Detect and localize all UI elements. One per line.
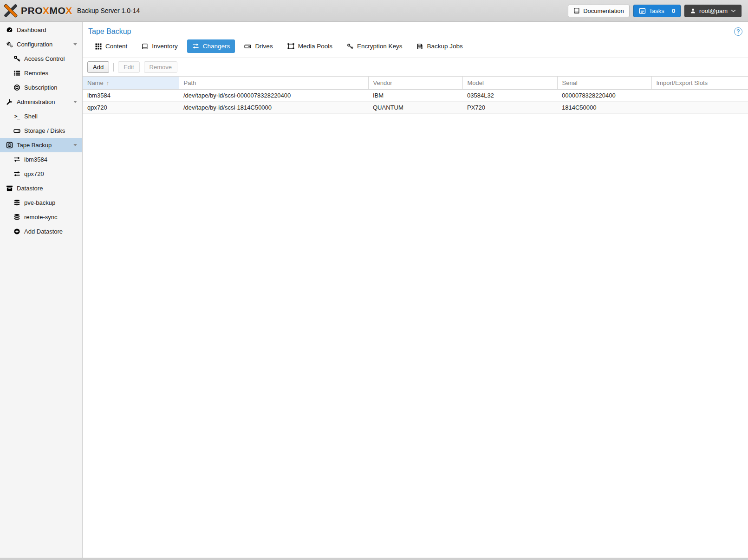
- sidebar-item-dashboard[interactable]: Dashboard: [0, 23, 82, 37]
- header-actions: Documentation Tasks 0 root@pam: [568, 5, 741, 17]
- tasks-button[interactable]: Tasks 0: [633, 5, 681, 17]
- tab-backup-jobs[interactable]: Backup Jobs: [411, 39, 468, 53]
- edit-button[interactable]: Edit: [118, 61, 139, 73]
- terminal-icon: >_: [13, 113, 21, 119]
- object-group-icon: [287, 43, 294, 50]
- panel-title-bar: Tape Backup ?: [83, 22, 748, 39]
- table-header-row: Name↑ Path Vendor Model Serial Import/Ex…: [83, 77, 748, 90]
- sidebar-item-ibm3584[interactable]: ibm3584: [0, 152, 82, 167]
- archive-icon: [6, 185, 13, 192]
- grid-toolbar: Add Edit Remove: [83, 58, 748, 77]
- sidebar-item-pve-backup[interactable]: pve-backup: [0, 195, 82, 210]
- sidebar-item-configuration[interactable]: Configuration: [0, 37, 82, 52]
- sidebar-item-subscription[interactable]: Subscription: [0, 80, 82, 95]
- column-header-serial[interactable]: Serial: [557, 77, 651, 90]
- column-header-vendor[interactable]: Vendor: [368, 77, 462, 90]
- tab-media-pools[interactable]: Media Pools: [282, 39, 338, 53]
- sidebar-item-label: qpx720: [24, 170, 44, 177]
- tab-label: Backup Jobs: [427, 43, 462, 50]
- chevron-down-icon: [731, 9, 736, 13]
- collapse-arrow-icon[interactable]: [73, 101, 77, 103]
- sidebar-item-remotes[interactable]: Remotes: [0, 66, 82, 80]
- column-label: Path: [184, 79, 196, 86]
- sidebar-item-access-control[interactable]: Access Control: [0, 52, 82, 66]
- cell-serial: 0000078328220400: [557, 90, 651, 102]
- sidebar-item-administration[interactable]: Administration: [0, 95, 82, 109]
- sidebar-item-label: Add Datastore: [24, 228, 63, 235]
- tab-label: Changers: [203, 43, 230, 50]
- sidebar-item-add-datastore[interactable]: Add Datastore: [0, 224, 82, 239]
- tab-bar: Content Inventory Changers: [83, 39, 748, 58]
- column-label: Serial: [562, 79, 578, 86]
- cell-vendor: QUANTUM: [368, 102, 462, 114]
- tab-label: Encryption Keys: [357, 43, 403, 50]
- tab-changers[interactable]: Changers: [187, 39, 235, 53]
- documentation-button[interactable]: Documentation: [568, 5, 629, 17]
- sidebar-item-label: Tape Backup: [17, 142, 52, 149]
- column-label: Import/Export Slots: [657, 79, 708, 86]
- table-row[interactable]: ibm3584 /dev/tape/by-id/scsi-00000783282…: [83, 90, 748, 102]
- sidebar-item-remote-sync[interactable]: remote-sync: [0, 210, 82, 224]
- user-icon: [690, 8, 696, 14]
- cell-model: PX720: [462, 102, 557, 114]
- main-panel: Tape Backup ? Content Inventory: [83, 22, 748, 558]
- changers-table: Name↑ Path Vendor Model Serial Import/Ex…: [83, 77, 748, 114]
- sidebar-item-label: remote-sync: [24, 214, 58, 221]
- cell-name: qpx720: [83, 102, 179, 114]
- logo-seg: PRO: [21, 5, 43, 16]
- collapse-arrow-icon[interactable]: [73, 43, 77, 46]
- remove-button[interactable]: Remove: [144, 61, 177, 73]
- column-header-name[interactable]: Name↑: [83, 77, 179, 90]
- floppy-icon: [416, 43, 423, 50]
- sidebar-item-shell[interactable]: >_ Shell: [0, 109, 82, 124]
- tab-encryption-keys[interactable]: Encryption Keys: [342, 39, 408, 53]
- table-row[interactable]: qpx720 /dev/tape/by-id/scsi-1814C50000 Q…: [83, 102, 748, 114]
- cell-import-export-slots: [651, 90, 748, 102]
- tab-drives[interactable]: Drives: [239, 39, 278, 53]
- lifering-icon: [13, 84, 21, 91]
- list-icon: [13, 70, 21, 77]
- cell-vendor: IBM: [368, 90, 462, 102]
- collapse-arrow-icon[interactable]: [73, 144, 77, 146]
- column-header-path[interactable]: Path: [179, 77, 368, 90]
- help-button[interactable]: ?: [734, 27, 742, 36]
- add-button[interactable]: Add: [87, 61, 109, 73]
- key-icon: [347, 43, 353, 50]
- column-label: Name: [87, 79, 104, 86]
- column-header-model[interactable]: Model: [462, 77, 557, 90]
- tasks-count-badge: 0: [672, 7, 675, 14]
- page-title: Tape Backup: [88, 27, 131, 36]
- sidebar-item-qpx720[interactable]: qpx720: [0, 167, 82, 181]
- sidebar-item-label: Dashboard: [17, 26, 46, 33]
- dashboard-icon: [6, 26, 13, 33]
- hdd-icon: [13, 127, 21, 134]
- toolbar-separator: [113, 63, 114, 72]
- app-window: PROXMOX Backup Server 1.0-14 Documentati…: [0, 0, 748, 558]
- grid-icon: [95, 43, 102, 50]
- sidebar-item-datastore[interactable]: Datastore: [0, 181, 82, 195]
- cell-model: 03584L32: [462, 90, 557, 102]
- proxmox-x-icon: [4, 4, 18, 18]
- cell-path: /dev/tape/by-id/scsi-0000078328220400: [179, 90, 368, 102]
- column-label: Model: [468, 79, 484, 86]
- sidebar-item-storage-disks[interactable]: Storage / Disks: [0, 124, 82, 138]
- tasks-label: Tasks: [649, 7, 664, 14]
- documentation-label: Documentation: [583, 7, 624, 14]
- sidebar-item-label: Subscription: [24, 84, 58, 91]
- sidebar-item-label: Configuration: [17, 41, 52, 48]
- proxmox-logo: PROXMOX: [4, 4, 72, 18]
- task-list-icon: [639, 7, 646, 14]
- sidebar-item-tape-backup[interactable]: Tape Backup: [0, 138, 82, 152]
- tab-content[interactable]: Content: [90, 39, 132, 53]
- logo-seg: X: [65, 5, 72, 16]
- logo-seg: X: [43, 5, 50, 16]
- database-icon: [13, 214, 21, 221]
- tab-inventory[interactable]: Inventory: [137, 39, 183, 53]
- logo-seg: MO: [50, 5, 66, 16]
- exchange-icon: [192, 43, 199, 50]
- column-header-import-export-slots[interactable]: Import/Export Slots: [651, 77, 748, 90]
- gears-icon: [6, 41, 13, 48]
- cell-path: /dev/tape/by-id/scsi-1814C50000: [179, 102, 368, 114]
- user-menu-button[interactable]: root@pam: [684, 5, 741, 17]
- sidebar-item-label: Administration: [17, 98, 55, 105]
